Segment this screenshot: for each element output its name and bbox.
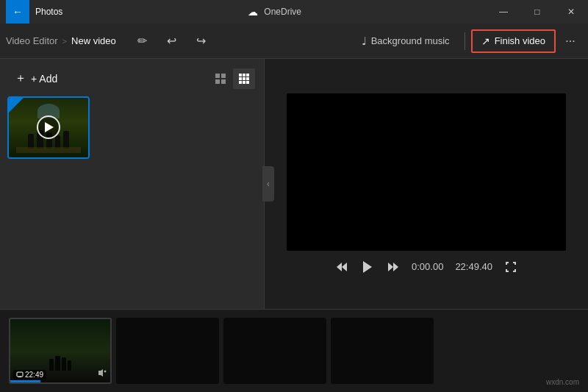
svg-rect-19 <box>18 377 21 377</box>
app-title: Photos <box>35 7 62 17</box>
timeline-clip-3[interactable] <box>223 318 326 384</box>
finish-icon: ↗ <box>481 35 490 47</box>
finish-video-label: Finish video <box>495 35 545 46</box>
finish-video-button[interactable]: ↗ Finish video <box>471 29 556 53</box>
svg-rect-11 <box>243 81 245 84</box>
add-media-button[interactable]: ＋ + Add <box>9 68 63 89</box>
svg-marker-15 <box>363 261 372 273</box>
collapse-icon: ‹ <box>267 179 270 189</box>
svg-rect-8 <box>243 77 245 80</box>
svg-rect-2 <box>215 79 220 84</box>
grid-view-button-2[interactable] <box>233 68 255 89</box>
svg-marker-13 <box>337 263 342 271</box>
svg-rect-18 <box>17 372 23 377</box>
play-button[interactable] <box>37 115 60 139</box>
breadcrumb-separator: > <box>62 37 67 46</box>
svg-marker-17 <box>393 263 398 271</box>
video-controls: 0:00.00 22:49.40 <box>287 260 566 274</box>
left-panel-header: ＋ + Add <box>9 68 255 89</box>
onedrive-label: OneDrive <box>264 7 301 17</box>
edit-icon: ✏ <box>137 34 147 48</box>
video-preview-panel: 0:00.00 22:49.40 <box>265 59 588 309</box>
toolbar: Video Editor > New video ✏ ↩ ↪ ♩ Backgro… <box>0 24 588 59</box>
left-panel: ＋ + Add <box>0 59 265 309</box>
back-button[interactable]: ← <box>6 0 29 24</box>
svg-marker-20 <box>98 369 103 377</box>
svg-rect-9 <box>246 77 249 80</box>
toolbar-actions: ✏ ↩ ↪ <box>131 29 213 53</box>
clip-thumbnail-3 <box>223 318 326 384</box>
svg-rect-6 <box>246 74 249 76</box>
timeline-clip-2[interactable] <box>116 318 219 384</box>
title-bar: ← Photos ☁ OneDrive — □ ✕ <box>0 0 588 24</box>
undo-button[interactable]: ↩ <box>160 29 184 53</box>
clip-audio-button-1[interactable] <box>97 368 107 379</box>
svg-rect-10 <box>239 81 242 84</box>
svg-rect-7 <box>239 77 242 80</box>
clip-duration-badge-1: 22:49 <box>13 370 46 379</box>
close-button[interactable]: ✕ <box>554 0 588 24</box>
main-content: ＋ + Add <box>0 59 588 309</box>
total-time: 22:49.40 <box>455 261 492 272</box>
svg-rect-1 <box>221 74 226 78</box>
music-icon: ♩ <box>362 35 367 48</box>
media-item[interactable] <box>9 98 88 157</box>
toolbar-divider <box>465 32 465 50</box>
collapse-panel-button[interactable]: ‹ <box>262 166 274 202</box>
redo-icon: ↪ <box>196 34 206 48</box>
monitor-icon <box>16 371 24 379</box>
redo-button[interactable]: ↪ <box>190 29 213 53</box>
svg-rect-3 <box>221 79 226 84</box>
minimize-button[interactable]: — <box>487 0 520 24</box>
toolbar-right: ♩ Background music ↗ Finish video ··· <box>353 29 582 53</box>
play-triangle <box>45 122 54 132</box>
svg-marker-16 <box>388 263 393 271</box>
breadcrumb: Video Editor > New video <box>6 35 116 46</box>
more-options-button[interactable]: ··· <box>559 29 582 53</box>
media-grid <box>9 98 255 157</box>
current-time: 0:00.00 <box>412 261 443 272</box>
add-label: + Add <box>31 73 57 85</box>
rewind-button[interactable] <box>335 260 348 274</box>
more-icon: ··· <box>565 35 575 48</box>
timeline-clip-4[interactable] <box>331 318 434 384</box>
video-preview-area <box>287 93 566 251</box>
clip-thumbnail-4 <box>331 318 434 384</box>
background-music-button[interactable]: ♩ Background music <box>353 30 459 52</box>
breadcrumb-parent[interactable]: Video Editor <box>6 35 58 46</box>
svg-rect-12 <box>246 81 249 84</box>
undo-icon: ↩ <box>167 34 176 48</box>
watermark: wxdn.com <box>546 378 579 386</box>
selected-indicator <box>9 98 24 113</box>
clip-progress-bar-1 <box>10 380 40 382</box>
breadcrumb-current: New video <box>71 35 116 46</box>
timeline: 22:49 wxdn.com <box>0 309 588 392</box>
edit-button[interactable]: ✏ <box>131 29 154 53</box>
maximize-button[interactable]: □ <box>520 0 554 24</box>
svg-rect-0 <box>215 74 220 78</box>
clip-duration-1: 22:49 <box>25 371 43 379</box>
fullscreen-button[interactable] <box>504 260 517 274</box>
svg-marker-14 <box>342 263 347 271</box>
svg-rect-4 <box>239 74 242 76</box>
timeline-clip-1[interactable]: 22:49 <box>9 318 112 384</box>
back-icon: ← <box>12 6 23 18</box>
clip-thumbnail-2 <box>116 318 219 384</box>
grid-view-button-1[interactable] <box>209 68 232 89</box>
add-icon: ＋ <box>15 71 26 86</box>
cloud-icon: ☁ <box>248 6 258 18</box>
step-forward-button[interactable] <box>387 260 400 274</box>
toolbar-left: Video Editor > New video ✏ ↩ ↪ <box>6 29 353 53</box>
play-pause-button[interactable] <box>360 260 375 274</box>
svg-rect-5 <box>243 74 245 76</box>
view-toggle <box>209 68 255 89</box>
bg-music-label: Background music <box>371 35 450 46</box>
